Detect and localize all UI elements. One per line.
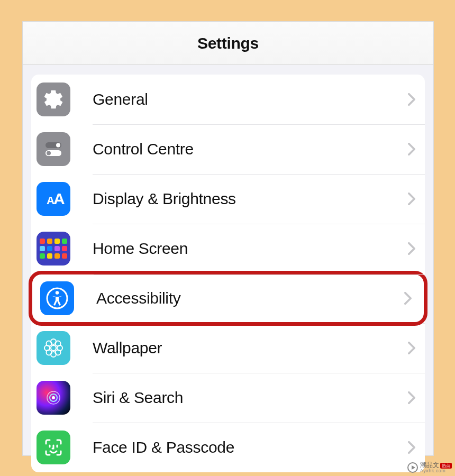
siri-icon	[37, 381, 70, 415]
row-display-brightness[interactable]: A A Display & Brightness	[31, 174, 425, 224]
row-label: Siri & Search	[93, 389, 408, 407]
chevron-right-icon	[404, 292, 412, 305]
row-label: Home Screen	[93, 240, 408, 258]
gear-icon	[37, 83, 70, 116]
row-home-screen[interactable]: Home Screen	[31, 224, 425, 273]
play-icon	[407, 462, 418, 473]
face-id-icon	[37, 431, 70, 464]
row-label: Display & Brightness	[93, 190, 408, 208]
chevron-right-icon	[408, 441, 415, 454]
svg-point-3	[47, 151, 51, 155]
row-label: Face ID & Passcode	[93, 438, 408, 456]
row-label: Accessibility	[96, 289, 404, 307]
chevron-right-icon	[408, 391, 415, 404]
flower-icon	[37, 331, 70, 365]
row-wallpaper[interactable]: Wallpaper	[31, 323, 425, 373]
app-grid-icon	[37, 232, 70, 266]
accessibility-icon	[40, 281, 74, 315]
row-face-id-passcode[interactable]: Face ID & Passcode	[31, 423, 425, 472]
chevron-right-icon	[408, 143, 415, 155]
settings-list: General Control Centre	[31, 75, 425, 472]
header: Settings	[23, 22, 433, 65]
row-label: General	[93, 90, 408, 108]
row-label: Wallpaper	[93, 339, 408, 357]
svg-text:A: A	[53, 190, 65, 207]
svg-point-8	[51, 345, 56, 351]
row-label: Control Centre	[93, 140, 408, 158]
watermark: 潮品文热点 Ayxhk.com	[407, 462, 452, 474]
svg-point-16	[56, 350, 61, 355]
row-accessibility[interactable]: Accessibility	[29, 271, 427, 326]
svg-point-13	[47, 341, 52, 346]
row-general[interactable]: General	[31, 75, 425, 124]
toggles-icon	[37, 132, 70, 166]
chevron-right-icon	[408, 242, 415, 255]
content-area: General Control Centre	[23, 65, 433, 455]
svg-point-7	[56, 291, 59, 294]
chevron-right-icon	[408, 93, 415, 106]
svg-point-19	[52, 396, 55, 399]
settings-card: Settings General	[22, 21, 434, 456]
row-control-centre[interactable]: Control Centre	[31, 124, 425, 174]
svg-point-14	[56, 341, 61, 346]
row-siri-search[interactable]: Siri & Search	[31, 373, 425, 423]
svg-point-1	[56, 143, 60, 148]
chevron-right-icon	[408, 193, 415, 205]
chevron-right-icon	[408, 342, 415, 354]
svg-point-15	[47, 350, 52, 355]
page-title: Settings	[197, 34, 259, 52]
text-size-icon: A A	[37, 182, 70, 216]
